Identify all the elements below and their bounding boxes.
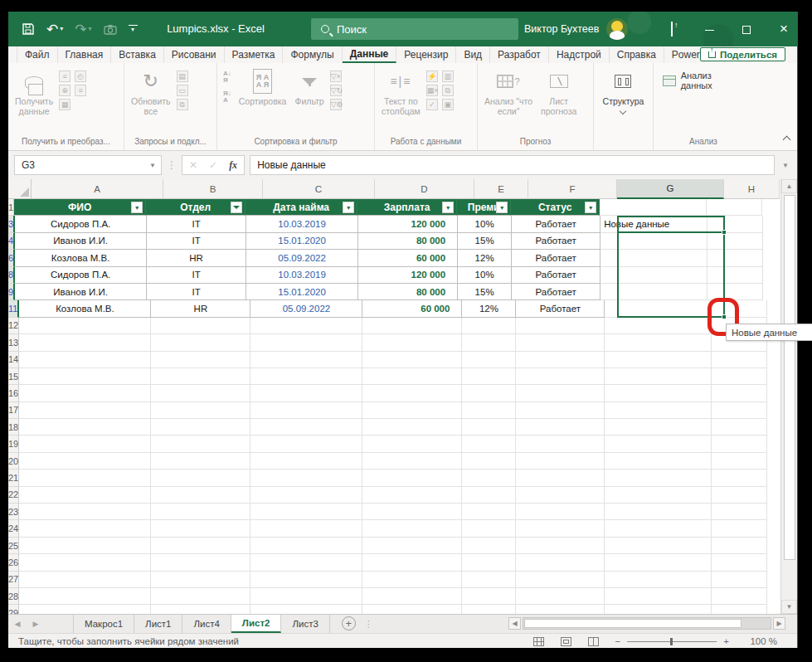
customize-qat-icon[interactable]: ▾ [129, 25, 138, 34]
horizontal-scroll-track[interactable] [523, 617, 771, 630]
maximize-button[interactable] [740, 22, 753, 36]
minimize-button[interactable] [703, 22, 716, 36]
grid-cell[interactable] [19, 436, 151, 452]
grid-cell[interactable] [516, 538, 605, 554]
row-header[interactable]: 14 [8, 352, 19, 368]
cancel-entry-icon[interactable]: ✕ [189, 159, 197, 171]
cell-status[interactable]: Работает [512, 284, 600, 300]
vertical-scroll-thumb[interactable] [784, 195, 795, 560]
camera-icon[interactable] [104, 24, 117, 35]
cell-bonus[interactable]: 10% [458, 267, 512, 284]
grid-cell[interactable] [605, 538, 712, 554]
grid-cell[interactable] [516, 419, 605, 436]
cell-salary[interactable]: 80 000 [358, 284, 458, 300]
grid-cell[interactable] [712, 300, 767, 317]
grid-cell[interactable] [605, 300, 712, 317]
cell-salary[interactable]: 60 000 [358, 250, 458, 266]
row-header[interactable]: 13 [8, 334, 19, 351]
grid-cell[interactable] [462, 572, 516, 588]
grid-cell[interactable] [19, 385, 151, 402]
scroll-left-icon[interactable]: ◀ [508, 617, 521, 630]
grid-cell[interactable] [19, 538, 151, 554]
grid-cell[interactable] [151, 318, 250, 334]
row-header[interactable]: 4 [8, 233, 15, 250]
outline-structure-button[interactable]: Структура [600, 67, 647, 115]
cell-date[interactable]: 15.01.2020 [246, 233, 358, 250]
cell-name[interactable]: Козлова М.В. [19, 300, 151, 317]
grid-cell[interactable] [151, 419, 250, 436]
grid-cell[interactable] [151, 554, 250, 571]
vertical-scrollbar[interactable]: ▲ ▼ [780, 179, 797, 614]
grid-cell[interactable] [712, 520, 767, 537]
grid-cell[interactable] [707, 250, 763, 266]
grid-cell[interactable] [516, 436, 605, 452]
grid-cell[interactable] [605, 318, 712, 334]
save-icon[interactable] [22, 22, 35, 36]
text-to-columns-button[interactable]: ≡|≡ Текст по столбцам [379, 67, 423, 118]
from-web-icon[interactable]: ⊕ [59, 85, 71, 96]
cell-name[interactable]: Сидоров П.А. [15, 267, 147, 284]
grid-cell[interactable] [250, 588, 362, 605]
cell-dept[interactable]: IT [147, 233, 246, 250]
grid-cell[interactable] [605, 436, 712, 452]
cell-status[interactable]: Работает [512, 233, 600, 250]
recent-sources-icon[interactable]: ◴ [75, 71, 86, 82]
clear-filter-icon[interactable]: ▽× [330, 71, 342, 82]
header-cell-bonus[interactable]: Преми▼ [457, 199, 511, 216]
grid-cell[interactable] [605, 402, 712, 419]
grid-cell[interactable] [605, 453, 712, 470]
tab-addins[interactable]: Надстрой [549, 46, 610, 63]
redo-button[interactable]: ↷▾ [75, 22, 91, 37]
cell-bonus[interactable]: 10% [458, 216, 512, 232]
name-box[interactable]: G3 ▼ [14, 155, 162, 175]
grid-cell[interactable] [250, 470, 362, 486]
zoom-in-icon[interactable]: + [723, 636, 729, 646]
grid-cell[interactable] [362, 605, 462, 614]
filter-dropdown-icon[interactable]: ▼ [442, 202, 454, 213]
grid-cell[interactable] [462, 318, 516, 334]
grid-cell[interactable] [707, 199, 762, 216]
tab-page-layout[interactable]: Разметка [225, 46, 284, 63]
grid-cell[interactable] [19, 487, 151, 504]
grid-cell[interactable] [250, 487, 362, 504]
tab-developer[interactable]: Разработ [490, 46, 549, 63]
grid-cell[interactable] [712, 487, 767, 504]
grid-cell[interactable] [362, 334, 462, 351]
cell-bonus[interactable]: 12% [462, 300, 516, 317]
sheet-nav-left-icon[interactable]: ◀ [8, 615, 27, 633]
grid-cell[interactable] [362, 470, 462, 486]
cell-date[interactable]: 15.01.2020 [246, 284, 358, 300]
grid-cell[interactable] [712, 538, 767, 554]
refresh-all-button[interactable]: ↻ Обновить все [129, 67, 173, 118]
grid-cell[interactable] [151, 520, 250, 537]
grid-cell[interactable] [250, 453, 362, 470]
grid-cell[interactable] [19, 453, 151, 470]
filter-active-funnel-icon[interactable] [231, 202, 242, 213]
grid-cell[interactable] [605, 520, 712, 537]
cell-date[interactable]: 05.09.2022 [250, 300, 362, 317]
column-header-f[interactable]: F [528, 179, 617, 199]
cell-name[interactable]: Козлова М.В. [15, 250, 147, 266]
cell-bonus[interactable]: 15% [458, 284, 512, 300]
grid-cell[interactable] [707, 216, 763, 232]
grid-cell[interactable] [605, 334, 712, 351]
row-header[interactable]: 26 [8, 554, 19, 571]
cell-dept[interactable]: IT [147, 267, 246, 284]
grid-cell[interactable] [250, 402, 362, 419]
grid-cell[interactable] [362, 318, 462, 334]
sort-desc-icon[interactable]: Я↓А [223, 90, 231, 104]
column-header-g-selected[interactable]: G [617, 179, 724, 199]
grid-cell[interactable] [151, 453, 250, 470]
cell-dept[interactable]: IT [147, 284, 246, 300]
grid-cell[interactable] [250, 572, 362, 588]
filter-dropdown-icon[interactable]: ▼ [131, 202, 143, 213]
sheet-tab-list2-active[interactable]: Лист2 [231, 615, 282, 633]
data-analysis-button[interactable]: Анализ данных [658, 67, 749, 94]
grid-cell[interactable] [19, 520, 151, 537]
grid-cell[interactable] [462, 504, 516, 520]
forecast-sheet-button[interactable]: Лист прогноза [538, 67, 579, 118]
grid-cell[interactable] [19, 419, 151, 436]
cell-salary[interactable]: 120 000 [358, 267, 458, 284]
grid-cell[interactable] [462, 487, 516, 504]
grid-cell[interactable] [462, 368, 516, 385]
